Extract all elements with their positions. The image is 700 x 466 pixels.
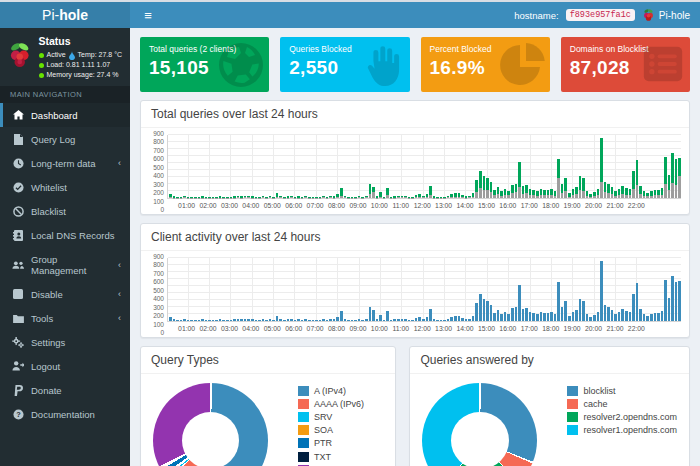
bar[interactable]	[639, 258, 642, 321]
bar[interactable]	[255, 258, 258, 321]
bar[interactable]	[579, 258, 582, 321]
bar[interactable]	[646, 135, 649, 198]
bar[interactable]	[625, 258, 628, 321]
bar[interactable]	[511, 135, 514, 198]
app-logo[interactable]: Pi-hole	[0, 2, 130, 28]
bar[interactable]	[183, 135, 186, 198]
bar[interactable]	[429, 135, 432, 198]
bar[interactable]	[458, 258, 461, 321]
bar[interactable]	[383, 135, 386, 198]
bar[interactable]	[354, 258, 357, 321]
bar[interactable]	[643, 258, 646, 321]
bar[interactable]	[593, 258, 596, 321]
bar[interactable]	[233, 258, 236, 321]
sidebar-item-dashboard[interactable]: Dashboard	[0, 103, 130, 127]
bar[interactable]	[543, 258, 546, 321]
bar[interactable]	[340, 258, 343, 321]
bar[interactable]	[436, 258, 439, 321]
bar[interactable]	[582, 258, 585, 321]
bar[interactable]	[379, 258, 382, 321]
plot-area[interactable]	[167, 135, 681, 199]
bar[interactable]	[433, 135, 436, 198]
bar[interactable]	[515, 135, 518, 198]
bar[interactable]	[422, 258, 425, 321]
bar[interactable]	[497, 135, 500, 198]
legend-item[interactable]: PTR	[298, 437, 364, 450]
bar[interactable]	[187, 258, 190, 321]
bar[interactable]	[518, 258, 521, 321]
bar[interactable]	[361, 135, 364, 198]
bar[interactable]	[294, 258, 297, 321]
bar[interactable]	[265, 258, 268, 321]
bar[interactable]	[621, 258, 624, 321]
bar[interactable]	[258, 135, 261, 198]
bar[interactable]	[500, 135, 503, 198]
bar[interactable]	[369, 135, 372, 198]
bar[interactable]	[336, 258, 339, 321]
bar[interactable]	[176, 258, 179, 321]
bar[interactable]	[287, 135, 290, 198]
bar[interactable]	[418, 135, 421, 198]
bar[interactable]	[194, 135, 197, 198]
legend-item[interactable]: AAAA (IPv6)	[298, 397, 364, 410]
bar[interactable]	[458, 135, 461, 198]
bar[interactable]	[593, 135, 596, 198]
bar[interactable]	[675, 135, 678, 198]
bar[interactable]	[287, 258, 290, 321]
total-queries-chart[interactable]: 0100200300400500600700800900 01:0002:000…	[141, 128, 689, 214]
legend-item[interactable]: cache	[567, 397, 677, 410]
bar[interactable]	[657, 135, 660, 198]
bar[interactable]	[222, 258, 225, 321]
bar[interactable]	[572, 258, 575, 321]
bar[interactable]	[543, 135, 546, 198]
bar[interactable]	[579, 135, 582, 198]
bar[interactable]	[340, 135, 343, 198]
bar[interactable]	[472, 135, 475, 198]
stat-card-queries-blocked[interactable]: Queries Blocked 2,550	[280, 37, 409, 92]
bar[interactable]	[247, 258, 250, 321]
bar[interactable]	[272, 258, 275, 321]
bar[interactable]	[304, 135, 307, 198]
sidebar-item-blacklist[interactable]: Blacklist	[0, 199, 130, 223]
bar[interactable]	[251, 135, 254, 198]
bar[interactable]	[490, 135, 493, 198]
bar[interactable]	[475, 135, 478, 198]
bar[interactable]	[365, 135, 368, 198]
bar[interactable]	[176, 135, 179, 198]
sidebar-item-group-management[interactable]: Group Management‹	[0, 247, 130, 282]
bar[interactable]	[351, 258, 354, 321]
bar[interactable]	[372, 258, 375, 321]
bar[interactable]	[326, 135, 329, 198]
bar[interactable]	[490, 258, 493, 321]
bar[interactable]	[654, 258, 657, 321]
bar[interactable]	[621, 135, 624, 198]
bar[interactable]	[479, 258, 482, 321]
bar[interactable]	[208, 135, 211, 198]
bar[interactable]	[215, 135, 218, 198]
bar[interactable]	[265, 135, 268, 198]
bar[interactable]	[532, 258, 535, 321]
bar[interactable]	[393, 135, 396, 198]
bar[interactable]	[618, 135, 621, 198]
bar[interactable]	[518, 135, 521, 198]
bar[interactable]	[205, 258, 208, 321]
bar[interactable]	[632, 135, 635, 198]
bar[interactable]	[283, 135, 286, 198]
bar[interactable]	[525, 135, 528, 198]
bar[interactable]	[301, 135, 304, 198]
legend-item[interactable]: A (IPv4)	[298, 384, 364, 397]
bar[interactable]	[600, 135, 603, 198]
bar[interactable]	[440, 135, 443, 198]
bar[interactable]	[322, 258, 325, 321]
bar[interactable]	[169, 135, 172, 198]
bar[interactable]	[429, 258, 432, 321]
bar[interactable]	[276, 135, 279, 198]
bar[interactable]	[390, 135, 393, 198]
bar[interactable]	[269, 258, 272, 321]
bar[interactable]	[607, 135, 610, 198]
bar[interactable]	[222, 135, 225, 198]
bar[interactable]	[379, 135, 382, 198]
bar[interactable]	[611, 258, 614, 321]
bar[interactable]	[668, 135, 671, 198]
bar[interactable]	[493, 135, 496, 198]
